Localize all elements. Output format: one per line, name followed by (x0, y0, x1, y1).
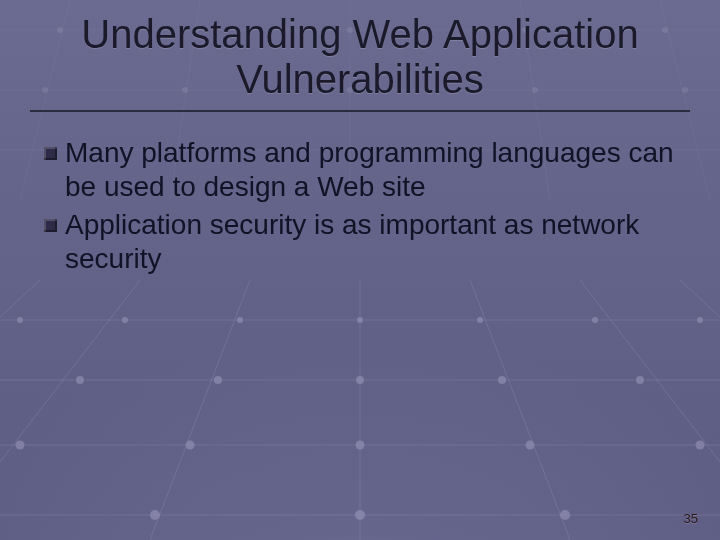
list-item: Many platforms and programming languages… (44, 136, 680, 204)
svg-point-43 (16, 441, 25, 450)
svg-line-28 (680, 280, 720, 540)
svg-point-35 (697, 317, 703, 323)
list-item-text: Application security is as important as … (65, 208, 680, 276)
svg-point-36 (356, 376, 364, 384)
svg-point-32 (17, 317, 23, 323)
svg-point-37 (214, 376, 222, 384)
svg-point-46 (355, 510, 365, 520)
svg-point-47 (150, 510, 160, 520)
page-number: 35 (684, 511, 698, 526)
svg-point-48 (560, 510, 570, 520)
slide: Understanding Web Application Vulnerabil… (0, 0, 720, 540)
svg-point-34 (592, 317, 598, 323)
bullet-icon (44, 219, 57, 232)
svg-line-26 (470, 280, 570, 540)
svg-point-45 (696, 441, 705, 450)
svg-point-30 (237, 317, 243, 323)
svg-line-23 (150, 280, 250, 540)
svg-point-29 (357, 317, 363, 323)
svg-point-41 (356, 441, 365, 450)
svg-point-40 (636, 376, 644, 384)
svg-point-38 (76, 376, 84, 384)
svg-line-24 (0, 280, 140, 540)
svg-point-39 (498, 376, 506, 384)
svg-line-25 (0, 280, 40, 540)
svg-point-33 (477, 317, 483, 323)
svg-line-27 (580, 280, 720, 540)
svg-point-44 (526, 441, 535, 450)
svg-point-31 (122, 317, 128, 323)
svg-point-42 (186, 441, 195, 450)
slide-body: Many platforms and programming languages… (44, 136, 680, 281)
list-item: Application security is as important as … (44, 208, 680, 276)
bullet-icon (44, 147, 57, 160)
slide-title: Understanding Web Application Vulnerabil… (30, 12, 690, 112)
list-item-text: Many platforms and programming languages… (65, 136, 680, 204)
